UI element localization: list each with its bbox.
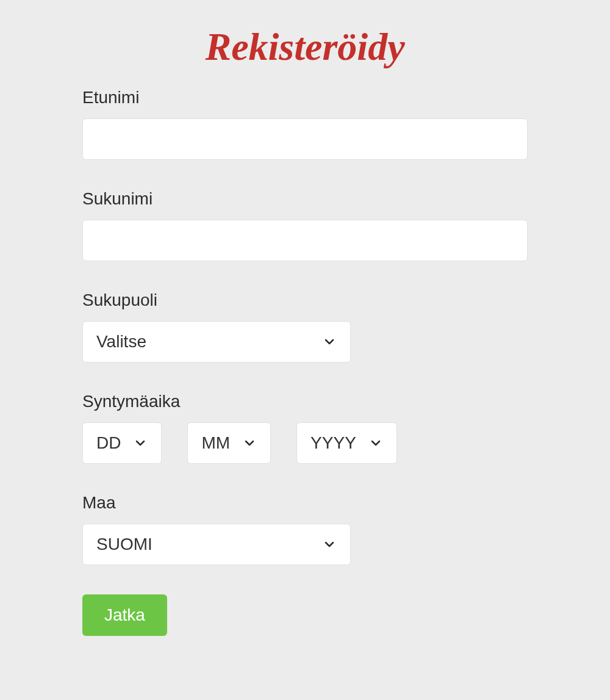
country-selected-value: SUOMI bbox=[96, 535, 152, 554]
chevron-down-icon bbox=[133, 436, 148, 450]
birthdate-year-value: YYYY bbox=[310, 433, 356, 453]
gender-label: Sukupuoli bbox=[82, 290, 528, 310]
gender-select[interactable]: Valitse bbox=[82, 321, 351, 363]
lastname-group: Sukunimi bbox=[82, 189, 528, 261]
birthdate-month-value: MM bbox=[201, 433, 230, 453]
country-select[interactable]: SUOMI bbox=[82, 524, 351, 565]
gender-group: Sukupuoli Valitse bbox=[82, 290, 528, 363]
chevron-down-icon bbox=[242, 436, 257, 450]
birthdate-group: Syntymäaika DD MM YYYY bbox=[82, 392, 528, 464]
chevron-down-icon bbox=[322, 334, 337, 349]
continue-button[interactable]: Jatka bbox=[82, 594, 167, 636]
birthdate-month-select[interactable]: MM bbox=[187, 422, 271, 464]
lastname-label: Sukunimi bbox=[82, 189, 528, 209]
firstname-group: Etunimi bbox=[82, 88, 528, 160]
birthdate-day-select[interactable]: DD bbox=[82, 422, 162, 464]
firstname-input[interactable] bbox=[82, 118, 528, 160]
country-label: Maa bbox=[82, 493, 528, 513]
lastname-input[interactable] bbox=[82, 220, 528, 261]
country-group: Maa SUOMI bbox=[82, 493, 528, 565]
page-title: Rekisteröidy bbox=[82, 24, 528, 70]
chevron-down-icon bbox=[322, 537, 337, 552]
gender-selected-value: Valitse bbox=[96, 332, 146, 352]
birthdate-day-value: DD bbox=[96, 433, 121, 453]
birthdate-row: DD MM YYYY bbox=[82, 422, 528, 464]
chevron-down-icon bbox=[368, 436, 383, 450]
birthdate-year-select[interactable]: YYYY bbox=[296, 422, 397, 464]
firstname-label: Etunimi bbox=[82, 88, 528, 107]
birthdate-label: Syntymäaika bbox=[82, 392, 528, 411]
